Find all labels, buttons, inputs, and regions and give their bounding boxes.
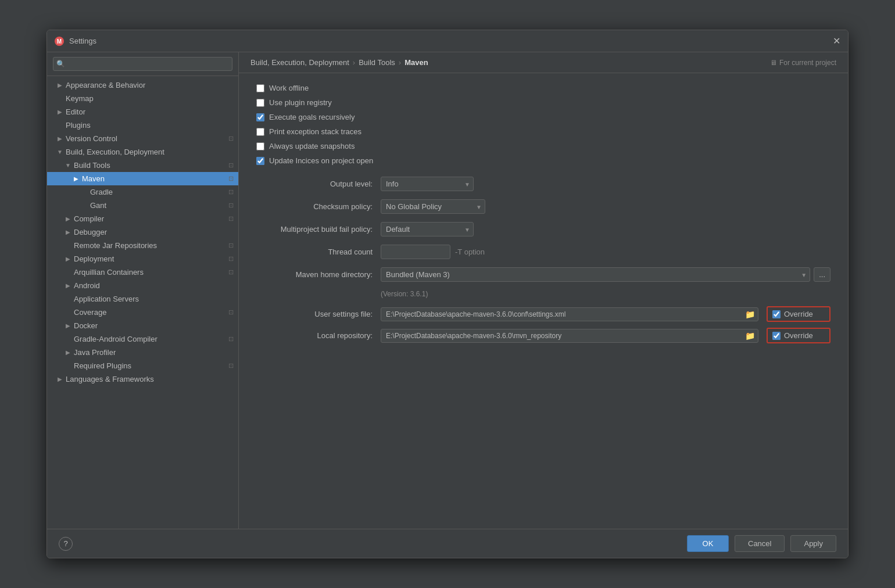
multiproject-policy-row: Multiproject build fail policy: Default … (256, 222, 830, 236)
sidebar-item-coverage[interactable]: Coverage ⊡ (47, 306, 238, 319)
collapse-icon: ▼ (65, 162, 71, 168)
maven-home-label: Maven home directory: (256, 270, 373, 279)
sidebar-item-docker[interactable]: ▶ Docker (47, 319, 238, 332)
checkbox-row-update-indices: Update Incices on project open (256, 156, 830, 165)
copy-icon: ⊡ (228, 362, 234, 370)
checksum-policy-select[interactable]: No Global Policy Fail Warn Ignore (381, 199, 485, 214)
sidebar-item-deployment[interactable]: ▶ Deployment ⊡ (47, 252, 238, 266)
help-button[interactable]: ? (59, 537, 73, 551)
expand-icon: ▶ (56, 109, 63, 115)
output-level-control: Info Debug Warning Error ▼ (381, 177, 830, 191)
user-settings-browse-button[interactable]: 📁 (744, 310, 756, 319)
checksum-policy-select-wrapper: No Global Policy Fail Warn Ignore ▼ (381, 199, 485, 214)
search-box: 🔍 (47, 52, 238, 76)
sidebar-item-editor[interactable]: ▶ Editor (47, 105, 238, 119)
expand-icon: ▶ (65, 216, 71, 222)
sidebar-item-java-profiler[interactable]: ▶ Java Profiler (47, 346, 238, 359)
update-indices-checkbox[interactable] (256, 157, 264, 165)
ok-button[interactable]: OK (687, 535, 729, 552)
copy-icon: ⊡ (228, 309, 234, 316)
work-offline-checkbox[interactable] (256, 84, 264, 92)
print-exception-label: Print exception stack traces (269, 127, 361, 136)
checksum-policy-control: No Global Policy Fail Warn Ignore ▼ (381, 199, 830, 214)
apply-button[interactable]: Apply (790, 535, 836, 552)
local-repository-override-checkbox[interactable] (772, 332, 781, 340)
expand-icon: ▶ (65, 282, 71, 289)
sidebar-item-gradle-android[interactable]: Gradle-Android Compiler ⊡ (47, 332, 238, 346)
user-settings-override-label: Override (784, 310, 813, 318)
sidebar-item-maven[interactable]: ▶ Maven ⊡ (47, 172, 238, 185)
thread-count-input[interactable] (381, 245, 450, 259)
checkbox-row-execute-goals: Execute goals recursively (256, 113, 830, 121)
close-button[interactable]: ✕ (832, 37, 841, 46)
sidebar: 🔍 ▶ Appearance & Behavior Keymap ▶ (47, 52, 239, 529)
search-input[interactable] (53, 57, 232, 71)
always-update-checkbox[interactable] (256, 142, 264, 150)
multiproject-policy-label: Multiproject build fail policy: (256, 225, 373, 234)
use-plugin-registry-checkbox[interactable] (256, 99, 264, 107)
sidebar-item-required-plugins[interactable]: Required Plugins ⊡ (47, 359, 238, 372)
sidebar-item-appearance[interactable]: ▶ Appearance & Behavior (47, 78, 238, 92)
local-repository-label: Local repository: (256, 331, 373, 340)
user-settings-label: User settings file: (256, 310, 373, 318)
breadcrumb-part-3: Maven (404, 58, 428, 67)
local-repository-input-wrap: 📁 (381, 329, 758, 343)
thread-count-label: Thread count (256, 248, 373, 256)
expand-icon: ▶ (65, 229, 71, 235)
sidebar-item-remote-jar[interactable]: Remote Jar Repositories ⊡ (47, 239, 238, 252)
project-icon: 🖥 (770, 59, 777, 67)
copy-icon: ⊡ (228, 135, 234, 142)
print-exception-checkbox[interactable] (256, 128, 264, 136)
sidebar-item-build-exec-deploy[interactable]: ▼ Build, Execution, Deployment (47, 145, 238, 159)
execute-goals-checkbox[interactable] (256, 113, 264, 121)
execute-goals-label: Execute goals recursively (269, 113, 355, 121)
local-repository-override-label: Override (784, 331, 813, 340)
bottom-buttons: OK Cancel Apply (687, 535, 836, 552)
sidebar-item-version-control[interactable]: ▶ Version Control ⊡ (47, 132, 238, 145)
maven-settings-form: Work offline Use plugin registry Execute… (239, 73, 848, 529)
thread-count-row: Thread count -T option (256, 245, 830, 259)
sidebar-item-gant[interactable]: Gant ⊡ (47, 199, 238, 212)
output-level-select-wrapper: Info Debug Warning Error ▼ (381, 177, 474, 191)
sidebar-item-app-servers[interactable]: Application Servers (47, 292, 238, 306)
maven-home-select[interactable]: Bundled (Maven 3) Custom (381, 267, 810, 282)
sidebar-item-android[interactable]: ▶ Android (47, 279, 238, 292)
sidebar-item-compiler[interactable]: ▶ Compiler ⊡ (47, 212, 238, 225)
cancel-button[interactable]: Cancel (735, 535, 785, 552)
expand-icon: ▶ (56, 82, 63, 88)
sidebar-item-languages[interactable]: ▶ Languages & Frameworks (47, 372, 238, 386)
sidebar-item-build-tools[interactable]: ▼ Build Tools ⊡ (47, 159, 238, 172)
expand-icon: ▶ (65, 349, 71, 356)
expand-icon: ▶ (65, 256, 71, 262)
expand-icon: ▶ (56, 376, 63, 382)
sidebar-item-debugger[interactable]: ▶ Debugger (47, 225, 238, 239)
sidebar-item-arquillian[interactable]: Arquillian Containers ⊡ (47, 266, 238, 279)
user-settings-override-checkbox[interactable] (772, 310, 781, 318)
title-bar: M Settings ✕ (47, 30, 848, 52)
copy-icon: ⊡ (228, 215, 234, 223)
project-label: For current project (779, 59, 836, 67)
sidebar-item-plugins[interactable]: Plugins (47, 119, 238, 132)
multiproject-policy-control: Default Fail Fast Fail Never Fail At End… (381, 222, 830, 236)
copy-icon: ⊡ (228, 268, 234, 276)
thread-count-control: -T option (381, 245, 830, 259)
bottom-bar: ? OK Cancel Apply (47, 529, 848, 558)
local-repository-input[interactable] (381, 329, 758, 343)
checksum-policy-label: Checksum policy: (256, 202, 373, 211)
maven-home-select-wrap: Bundled (Maven 3) Custom ▼ (381, 267, 810, 282)
local-repository-browse-button[interactable]: 📁 (744, 331, 756, 340)
sidebar-item-gradle[interactable]: Gradle ⊡ (47, 185, 238, 199)
expand-icon: ▶ (73, 175, 80, 182)
maven-home-control: Bundled (Maven 3) Custom ▼ ... (381, 267, 830, 282)
multiproject-policy-select[interactable]: Default Fail Fast Fail Never Fail At End (381, 222, 474, 236)
output-level-select[interactable]: Info Debug Warning Error (381, 177, 474, 191)
sidebar-item-keymap[interactable]: Keymap (47, 92, 238, 105)
local-repository-override-group: Override (767, 328, 830, 343)
user-settings-input[interactable] (381, 307, 758, 321)
maven-home-browse-button[interactable]: ... (814, 267, 830, 282)
update-indices-label: Update Incices on project open (269, 156, 373, 165)
copy-icon: ⊡ (228, 162, 234, 169)
always-update-label: Always update snapshots (269, 142, 355, 150)
output-level-label: Output level: (256, 180, 373, 188)
use-plugin-registry-label: Use plugin registry (269, 98, 332, 107)
